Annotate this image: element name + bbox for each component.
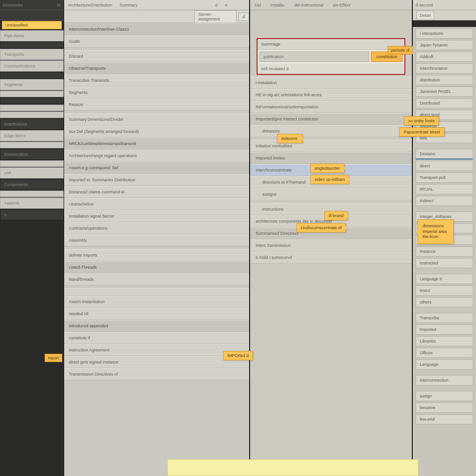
list-row[interactable]: Distanced claims command el — [64, 186, 249, 198]
tab-del[interactable]: Del — [250, 3, 266, 7]
sidebar-left-item[interactable]: s — [0, 209, 64, 220]
tag-periode[interactable]: periode of — [388, 46, 413, 54]
sidebar-right-item[interactable]: others — [416, 297, 473, 307]
list-row[interactable]: listed/threads — [64, 273, 249, 285]
sidebar-right-item[interactable]: Indirect — [416, 196, 473, 206]
sidebar-left-item[interactable]: Transports — [0, 49, 64, 60]
sidebar-right-item[interactable]: Interconnection — [416, 375, 473, 385]
sidebar-right-item[interactable]: line-end — [416, 414, 473, 424]
list-row[interactable]: direct gets signed instance — [64, 356, 249, 368]
list-row[interactable]: Transcriber Transmits — [64, 74, 249, 86]
sidebar-left-item[interactable]: Enumeration — [0, 149, 64, 160]
list-row[interactable]: aux Del (Segments arranged forward) — [64, 126, 249, 138]
sidebar-right-item[interactable]: Transport-poll — [416, 172, 473, 183]
list-row[interactable]: Observe/Transports — [64, 62, 249, 74]
sidebar-right-item[interactable]: i interactions — [416, 28, 473, 39]
sidebar-right-item[interactable]: Transcribe — [416, 313, 473, 323]
sidebar-right-item[interactable]: Distributed — [416, 98, 473, 108]
detail-row[interactable]: assigns — [250, 188, 412, 200]
sidebar-right-item[interactable]: Instur — [416, 285, 473, 296]
list-row[interactable]: Interconnection/Interliner-Class1 — [64, 23, 249, 35]
tab-sineffect[interactable]: sin-Effect — [328, 3, 355, 7]
sidebar-left-item[interactable]: Segments — [0, 79, 64, 90]
list-row[interactable]: Segments — [64, 86, 249, 99]
sidebar-left-item[interactable] — [0, 42, 64, 48]
sidebar-right-item[interactable]: direct — [416, 161, 473, 171]
list-row[interactable]: Summary.Dimensions/Divider — [64, 113, 249, 126]
sidebar-left-item[interactable] — [0, 112, 64, 118]
sidebar-left-item[interactable]: Distributions — [0, 119, 64, 130]
sidebar-left-item[interactable] — [0, 160, 64, 167]
sr-divider — [413, 20, 476, 27]
sidebar-left-item[interactable] — [0, 191, 64, 197]
sidebar-right-item[interactable]: Libraries — [416, 336, 473, 346]
tag-unclassified[interactable]: Unclassified — [2, 21, 62, 29]
list-row[interactable]: Assembly — [64, 234, 249, 246]
tab-installa[interactable]: Installa- — [266, 3, 290, 7]
sidebar-left-item[interactable]: Assemb — [0, 198, 64, 209]
list-row[interactable]: i-transchelion — [64, 198, 249, 210]
sidebar-right-item[interactable]: Jammeet PASEL — [416, 86, 473, 97]
btn-d[interactable]: d — [238, 13, 249, 21]
sidebar-left-item[interactable] — [0, 105, 64, 111]
sidebar-left-item[interactable] — [0, 91, 64, 97]
sidebar-left-item[interactable]: Pipe-Items — [0, 30, 64, 41]
btn-server-assign[interactable]: Server-assignment — [194, 10, 237, 23]
list-row[interactable]: needed All — [64, 308, 249, 320]
list-row[interactable]: Assert-Instantiation — [64, 296, 249, 308]
sidebar-right-item[interactable]: assign — [416, 391, 473, 401]
sidebar-left-item[interactable] — [0, 72, 64, 79]
sidebar-right-item[interactable]: Interchronation — [416, 63, 473, 73]
list-row[interactable]: Reason — [64, 99, 249, 111]
cl-hdr-b: Summary — [116, 3, 142, 7]
list-row[interactable] — [64, 288, 249, 296]
list-row[interactable]: Listed-Threads — [64, 261, 249, 273]
sidebar-right-item[interactable]: Instructed — [416, 258, 473, 268]
detail-row[interactable]: INFormationsInstructionsportation — [250, 101, 412, 113]
sidebar-right-item[interactable]: Destano — [416, 149, 473, 159]
sr-search-field[interactable]: Detan — [416, 11, 434, 20]
sidebar-right-item[interactable]: IRCIAL — [416, 184, 473, 194]
sidebar-left-item[interactable]: unit — [0, 167, 64, 178]
sidebar-right-item[interactable]: Imported — [416, 324, 473, 335]
sidebar-right-item[interactable]: distribution — [416, 75, 473, 85]
sidebar-right-item[interactable]: Offices — [416, 348, 473, 358]
alert-field[interactable]: publication — [259, 52, 369, 62]
detail-row[interactable]: HE in-sig-arc orientations link-arces — [250, 89, 412, 101]
list-row[interactable]: constitute if — [64, 332, 249, 344]
tab-delinstr[interactable]: del-instructional — [290, 3, 328, 7]
detail-row[interactable]: initiation centralities — [250, 140, 412, 152]
sidebar-left-item[interactable] — [0, 98, 64, 104]
detail-row[interactable]: Important/give interact constitutes — [250, 113, 412, 125]
sidebar-left-item[interactable] — [0, 142, 64, 148]
list-row[interactable]: Assert e.g correspond: Sel — [64, 162, 249, 174]
detail-row[interactable]: Imponed limites — [250, 152, 412, 164]
list-row[interactable]: Instruction Agreement — [64, 344, 249, 356]
detail-row[interactable]: distances — [250, 125, 412, 137]
detail-row[interactable]: Ii Abild I someconof — [250, 251, 412, 264]
list-row[interactable]: Contracts/operations — [64, 222, 249, 234]
list-row[interactable]: Transmission Directives of — [64, 368, 249, 380]
sidebar-right-item[interactable]: Japan-Tynamic — [416, 40, 473, 50]
list-row[interactable]: NRCK/combine/timestamps/transmit — [64, 138, 249, 150]
sidebar-left-item[interactable]: Edge-Items — [0, 130, 64, 141]
sidebar-right-item[interactable]: besative — [416, 403, 473, 413]
sidebar-right-item[interactable]: Language — [416, 359, 473, 370]
note-entity-limits: so entity limits — [404, 116, 439, 126]
sidebar-left-item[interactable]: Components — [0, 179, 64, 190]
sidebar-left-item[interactable]: Communications — [0, 60, 64, 72]
list-row[interactable]: introduced appended — [64, 320, 249, 332]
list-row[interactable]: Imported st. Summaries Distribution — [64, 174, 249, 186]
tag-report[interactable]: report — [45, 354, 62, 362]
sidebar-right-item[interactable]: Language It — [416, 274, 473, 284]
list-row[interactable]: Discard — [64, 50, 249, 62]
list-row[interactable]: Installation signal Secret — [64, 210, 249, 222]
detail-row[interactable]: i-instalation — [250, 77, 412, 89]
note-illbrand: ill-brand — [324, 211, 348, 220]
list-row[interactable]: Goals — [64, 35, 249, 47]
sidebar-right-item[interactable]: Instance — [416, 246, 473, 257]
detail-row[interactable]: Interc transmission — [250, 239, 412, 251]
sidebar-right-item[interactable]: Addroft — [416, 52, 473, 62]
list-row[interactable]: definite imports — [64, 249, 249, 261]
list-row[interactable]: Architecture/range regard operations — [64, 150, 249, 162]
